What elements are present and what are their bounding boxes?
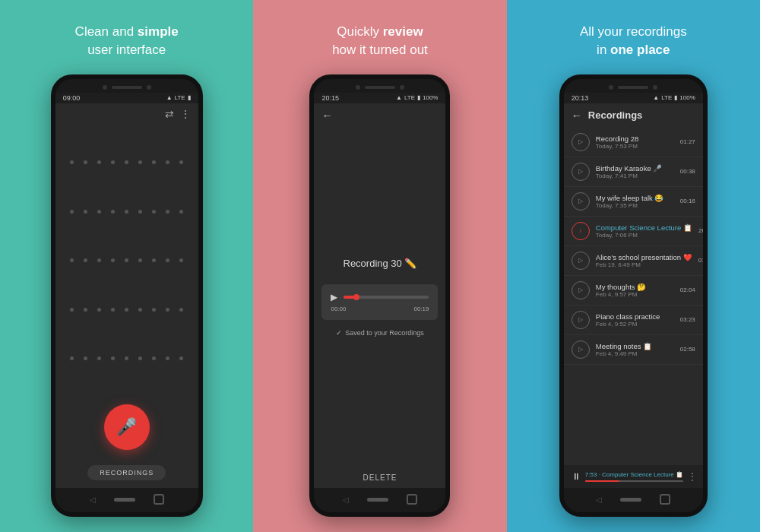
wave-dot — [138, 308, 142, 312]
np-time: 7:53 — [585, 471, 597, 478]
menu-icon[interactable]: ⋮ — [180, 108, 191, 120]
rec-duration-0: 01:27 — [680, 138, 695, 145]
status-time-3: 20:13 — [572, 94, 589, 102]
recents-nav-2[interactable] — [407, 494, 417, 505]
status-time-1: 09:00 — [63, 94, 81, 102]
camera-dot-2 — [400, 85, 404, 90]
list-item[interactable]: ▷ Birthday Karaoke 🎤 Today, 7:41 PM 00:3… — [564, 157, 703, 187]
wave-dot — [125, 210, 128, 214]
back-arrow-2[interactable]: ← — [321, 109, 332, 122]
speaker-bar — [365, 86, 395, 89]
back-nav-2[interactable]: ◁ — [343, 496, 349, 504]
rec-name-2: My wife sleep talk 😂 — [596, 194, 674, 202]
wave-dot — [70, 308, 74, 312]
recents-nav[interactable] — [154, 494, 164, 505]
home-nav-2[interactable] — [367, 498, 388, 502]
record-button[interactable]: 🎤 — [104, 404, 150, 450]
more-options-icon[interactable]: ⋮ — [688, 471, 697, 482]
list-item[interactable]: ♪ Computer Science Lecture 📋 Today, 7:06… — [564, 217, 703, 246]
p3-header: ← Recordings — [564, 103, 703, 128]
rec-date-6: Feb 4, 9:52 PM — [596, 321, 674, 328]
battery-icon-1: ▮ — [188, 94, 191, 101]
rec-duration-2: 00:16 — [680, 198, 695, 204]
wave-dot — [70, 160, 74, 164]
rec-name-3: Computer Science Lecture 📋 — [596, 223, 692, 232]
recordings-btn-area: RECORDINGS — [55, 465, 198, 488]
wave-dot — [138, 258, 142, 262]
battery-pct-2: 100% — [423, 94, 438, 101]
status-time-2: 20:15 — [321, 94, 339, 102]
list-item[interactable]: ▷ Meeting notes 📋 Feb 4, 9:49 PM 02:58 — [564, 335, 703, 365]
wave-dot — [97, 210, 101, 214]
phone-1-bottom: ◁ — [55, 488, 198, 512]
wave-dot — [152, 356, 156, 360]
wave-dot — [111, 308, 115, 312]
wave-dot — [111, 160, 115, 164]
np-track: Computer Science Lecture 📋 — [602, 471, 683, 478]
status-right-1: ▲ LTE ▮ — [166, 94, 191, 101]
status-bar-3: 20:13 ▲ LTE ▮ 100% — [564, 93, 703, 103]
rec-info-4: Alice's school presentation ❤️ Feb 19, 6… — [596, 253, 692, 268]
list-item[interactable]: ▷ My thoughts 🤔 Feb 4, 9:57 PM 02:04 — [564, 276, 703, 306]
wave-dot — [97, 160, 101, 164]
lte-label-2: LTE — [404, 94, 415, 101]
back-arrow-3[interactable]: ← — [572, 109, 582, 122]
back-nav-3[interactable]: ◁ — [596, 496, 602, 504]
delete-area: DELETE — [314, 467, 445, 488]
waveform-area — [55, 125, 198, 397]
home-nav[interactable] — [114, 498, 135, 502]
phone-3-bottom: ◁ — [564, 488, 703, 512]
camera-dot-2 — [147, 85, 151, 90]
sync-icon[interactable]: ⇄ — [165, 108, 174, 120]
signal-icon-2: ▲ — [396, 94, 402, 101]
camera-dot — [356, 85, 360, 90]
rec-date-1: Today, 7:41 PM — [596, 173, 674, 179]
phone-3-screen: ← Recordings ▷ Recording 28 Today, 7:53 … — [564, 103, 703, 488]
wave-dot — [179, 210, 183, 214]
wave-dot — [84, 210, 87, 214]
list-item[interactable]: ▷ Alice's school presentation ❤️ Feb 19,… — [564, 246, 703, 276]
camera-dot — [103, 85, 107, 90]
speaker-bar — [112, 86, 142, 89]
panel-3-title: All your recordingsin one place — [580, 23, 687, 59]
total-time: 00:19 — [413, 306, 429, 312]
player-container: ▶ 00:00 00:19 — [321, 284, 438, 320]
pause-icon[interactable]: ⏸ — [572, 471, 581, 482]
rec-info-7: Meeting notes 📋 Feb 4, 9:49 PM — [596, 342, 674, 357]
recents-nav-3[interactable] — [660, 494, 670, 505]
wave-dot — [179, 258, 183, 262]
panel-2-title: Quickly reviewhow it turned out — [332, 23, 428, 59]
microphone-icon: 🎤 — [116, 417, 137, 437]
play-icon-4: ▷ — [572, 252, 590, 270]
wave-dot — [70, 258, 74, 262]
status-bar-2: 20:15 ▲ LTE ▮ 100% — [314, 93, 445, 103]
np-progress-bar[interactable] — [585, 480, 683, 482]
now-playing-bar[interactable]: ⏸ 7:53 · Computer Science Lecture 📋 ⋮ — [564, 465, 703, 488]
panel-2: Quickly reviewhow it turned out 20:15 ▲ … — [253, 0, 506, 532]
phone-2-bottom: ◁ — [314, 488, 445, 512]
checkmark-icon: ✓ — [336, 329, 342, 337]
wave-dot — [111, 356, 115, 360]
phone-2: 20:15 ▲ LTE ▮ 100% ← Recording 30 ✏️ ▶ — [309, 74, 450, 517]
signal-icon-1: ▲ — [166, 94, 173, 101]
list-item[interactable]: ▷ Recording 28 Today, 7:53 PM 01:27 — [564, 128, 703, 157]
play-icon-7: ▷ — [572, 340, 590, 359]
phone-3-top — [564, 79, 703, 93]
home-nav-3[interactable] — [620, 498, 641, 502]
rec-date-3: Today, 7:06 PM — [596, 232, 692, 239]
rec-name-0: Recording 28 — [596, 135, 674, 143]
wave-dot — [138, 160, 142, 164]
progress-bar[interactable] — [344, 296, 429, 299]
list-item[interactable]: ▷ Piano class practice Feb 4, 9:52 PM 03… — [564, 306, 703, 335]
wave-dot — [125, 258, 128, 262]
list-item[interactable]: ▷ My wife sleep talk 😂 Today, 7:35 PM 00… — [564, 187, 703, 217]
recordings-button[interactable]: RECORDINGS — [87, 465, 166, 480]
p2-header: ← — [314, 103, 445, 128]
wave-dot — [166, 160, 169, 164]
play-button[interactable]: ▶ — [331, 292, 337, 302]
phone-2-screen: ← Recording 30 ✏️ ▶ 00:00 0 — [314, 103, 445, 488]
speaker-bar — [618, 86, 648, 89]
delete-button[interactable]: DELETE — [363, 473, 397, 482]
back-nav[interactable]: ◁ — [90, 496, 96, 504]
play-icon-0: ▷ — [572, 133, 590, 151]
